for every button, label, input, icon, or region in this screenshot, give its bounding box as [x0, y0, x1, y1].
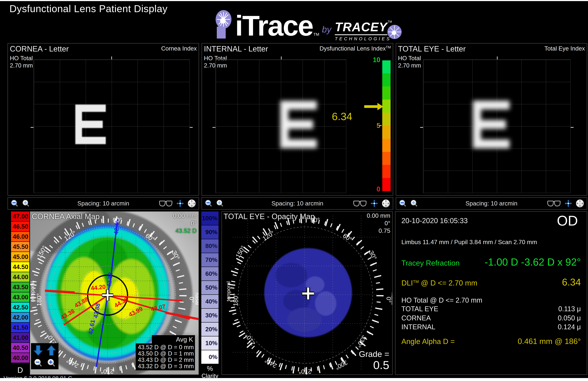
optotype-e [75, 105, 106, 144]
internal-letter-view: INTERNAL - Letter Dysfunctional Lens Ind… [202, 43, 393, 196]
opacity-map-view: 90° 120° 60° 150° 30° temporal 180° 0° n… [222, 211, 393, 375]
avg-k-row: 43.52 D @ D = 0 mm [138, 344, 193, 350]
ho-total-label: HO Total [398, 55, 421, 62]
refraction-value: -1.00 D -3.62 D x 92° [484, 256, 581, 268]
dli-gauge-min: 0 [377, 185, 380, 193]
letter-grid [34, 59, 190, 193]
panel-title: CORNEA - Letter [10, 44, 69, 53]
letter-panels-row: CORNEA - Letter Cornea Index HO Total 2.… [8, 43, 587, 210]
ho-row-internal: INTERNAL0.124 μ [401, 323, 581, 331]
svg-text:0°: 0° [188, 297, 195, 303]
biometry-line: Limbus 11.47 mm / Pupil 3.84 mm / Scan 2… [401, 239, 537, 246]
itrace-i-glyph [215, 9, 235, 38]
itrace-logo: iTrace TM by TRACEY TM TECHNOLOGIES [215, 9, 392, 39]
diameter-label: 2.70 mm [398, 62, 421, 69]
tracey-logo: TRACEY TM TECHNOLOGIES [335, 20, 392, 41]
svg-text:90°: 90° [113, 216, 122, 224]
dli-row: DLITM @ D <= 2.70 mm 6.34 [401, 276, 581, 288]
percent-unit-label: % [201, 365, 219, 373]
tracey-wordmark: TRACEY [335, 20, 387, 35]
total-eye-letter-view: TOTAL EYE - Letter Total Eye Index HO To… [396, 43, 587, 196]
version-label: Version 6.2.0 2018.08.01 C [3, 375, 72, 378]
clarity-scale: 100% 90% 80% 70% 60% 50% 40% 30% 20% 10%… [201, 212, 219, 378]
exam-summary-panel: 20-10-2020 16:05:33 OD Limbus 11.47 mm /… [395, 211, 587, 375]
angle-alpha-label: Angle Alpha D = [401, 337, 455, 346]
optotype-e [473, 99, 510, 150]
logo-by: by [322, 24, 331, 35]
exam-datetime: 20-10-2020 16:05:33 [401, 216, 468, 225]
dli-index-label: Dysfunctional Lens IndexTM [319, 45, 391, 52]
refraction-label: Tracey Refraction [401, 259, 460, 267]
grade-value: 0.5 [359, 359, 389, 371]
svg-text:180°: 180° [36, 293, 42, 306]
dli-gauge-bar [382, 60, 391, 191]
avg-k-table: Avg K 43.52 D @ D = 0 mm 43.50 D @ D = 1… [136, 335, 195, 370]
scale-down-icon[interactable] [33, 345, 43, 356]
avg-k-row: 43.32 D @ D = 3 mm [138, 363, 193, 369]
opacity-map-readout: 0.00 mm 0° 0.75 [367, 212, 390, 234]
ho-row-total-eye: TOTAL EYE0.113 μ [401, 305, 581, 313]
avg-k-header: Avg K [152, 335, 195, 343]
grade-label: Grade = [359, 349, 389, 359]
spacing-label: Spacing: 10 arcmin [8, 200, 199, 207]
spacing-label: Spacing: 10 arcmin [396, 200, 587, 207]
zoom-in-icon[interactable] [47, 359, 56, 367]
starburst-icon [215, 9, 232, 29]
tracey-refraction-row: Tracey Refraction -1.00 D -3.62 D x 92° [401, 256, 581, 268]
cornea-letter-view: CORNEA - Letter Cornea Index HO Total 2.… [8, 43, 199, 196]
grade-readout: Grade = 0.5 [359, 349, 389, 371]
tracey-tagline: TECHNOLOGIES [335, 36, 392, 41]
avg-k-row: 43.50 D @ D = 1 mm [138, 350, 193, 357]
itrace-wordmark: iTrace [235, 14, 313, 37]
tracey-tm: TM [388, 20, 392, 23]
ho-total-label: HO Total [10, 55, 33, 62]
maps-row: 47.00 46.50 46.00 45.50 45.00 44.50 44.0… [8, 211, 587, 378]
total-eye-letter-panel: TOTAL EYE - Letter Total Eye Index HO To… [396, 43, 587, 210]
avg-k-row: 43.43 D @ D = 2 mm [138, 357, 193, 363]
optotype-e [280, 99, 317, 150]
cornea-letter-toolbar: Spacing: 10 arcmin [8, 197, 199, 210]
diameter-label: 2.70 mm [10, 62, 33, 69]
svg-text:nasal: nasal [390, 293, 392, 305]
k-value: 43.52 D [173, 227, 197, 234]
opacity-map-title: TOTAL EYE - Opacity Map [224, 212, 315, 221]
svg-text:270°: 270° [299, 368, 311, 374]
axial-map-title: CORNEA Axial Map [32, 212, 100, 221]
angle-alpha-row: Angle Alpha D = 0.461 mm @ 186° [401, 337, 581, 346]
panel-title: INTERNAL - Letter [204, 44, 268, 53]
axial-map-controls [31, 343, 59, 369]
opacity-map-panel: 100% 90% 80% 70% 60% 50% 40% 30% 20% 10%… [201, 211, 393, 378]
internal-letter-panel: INTERNAL - Letter Dysfunctional Lens Ind… [202, 43, 393, 210]
ho-total-header: HO Total @ D <= 2.70 mm [401, 296, 482, 304]
cornea-axial-map-panel: 47.00 46.50 46.00 45.50 45.00 44.50 44.0… [8, 211, 199, 378]
diopter-unit-label: D [11, 365, 29, 375]
dli-value: 6.34 [562, 276, 581, 288]
angle-alpha-value: 0.461 mm @ 186° [518, 337, 581, 346]
total-eye-index-label: Total Eye Index [544, 45, 585, 52]
internal-letter-toolbar: Spacing: 10 arcmin [202, 197, 393, 210]
svg-text:temporal: temporal [30, 281, 35, 301]
cornea-letter-panel: CORNEA - Letter Cornea Index HO Total 2.… [8, 43, 199, 210]
axial-map-view: 44.20 43.88 43.38 44.38 43.99 43.07 42.4… [30, 211, 199, 375]
axial-color-scale: 47.00 46.50 46.00 45.50 45.00 44.50 44.0… [11, 212, 29, 375]
svg-text:nasal: nasal [194, 293, 198, 305]
page-title: Dysfunctional Lens Patient Display [9, 3, 168, 14]
dli-value-arrow-icon [364, 105, 378, 108]
total-eye-letter-toolbar: Spacing: 10 arcmin [396, 197, 587, 210]
zoom-out-icon[interactable] [34, 359, 42, 367]
ho-row-cornea: CORNEA0.050 μ [401, 314, 581, 322]
main-canvas: Dysfunctional Lens Patient Display iTrac… [0, 1, 588, 378]
cornea-index-label: Cornea Index [161, 45, 197, 52]
dli-gauge-value: 6.34 [332, 110, 352, 123]
svg-text:270°: 270° [101, 368, 114, 374]
dli-gauge-max: 10 [373, 56, 380, 64]
dli-label: DLITM @ D <= 2.70 mm [401, 279, 477, 287]
tracey-starburst-icon [387, 24, 402, 39]
svg-text:180°: 180° [232, 293, 239, 306]
itrace-tm: TM [314, 32, 319, 37]
itrace-i-stem [217, 27, 226, 39]
scale-up-icon[interactable] [46, 345, 56, 356]
spacing-label: Spacing: 10 arcmin [202, 200, 393, 207]
eye-od-label: OD [557, 213, 578, 229]
axial-map-readout: 0.00 mm 0° 43.52 D [173, 212, 197, 234]
